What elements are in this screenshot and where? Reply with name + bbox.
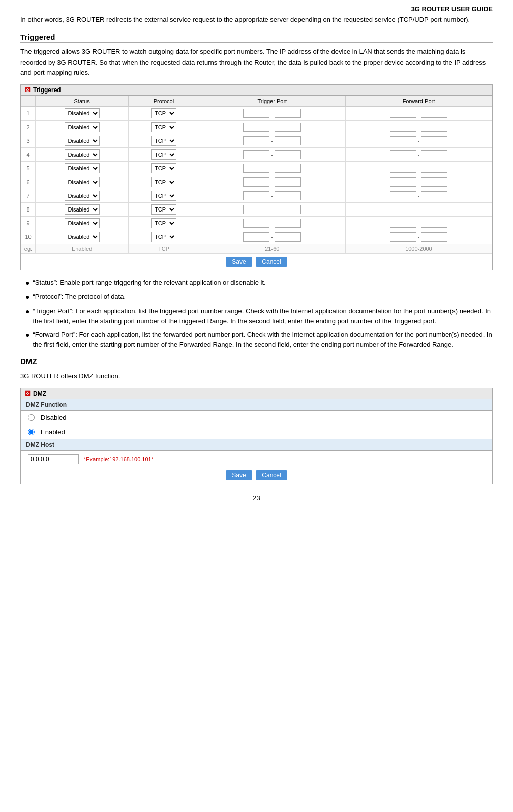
status-select[interactable]: Disabled Enabled (65, 204, 100, 215)
status-select[interactable]: Disabled Enabled (65, 177, 100, 187)
protocol-cell[interactable]: TCP UDP Both (129, 162, 199, 175)
trigger-port-start[interactable] (243, 232, 269, 242)
trigger-port-start[interactable] (243, 136, 269, 145)
protocol-cell[interactable]: TCP UDP Both (129, 134, 199, 148)
dmz-function-header: DMZ Function (21, 399, 492, 411)
forward-port-start[interactable] (390, 150, 416, 159)
status-select[interactable]: Disabled Enabled (65, 149, 100, 160)
trigger-port-start[interactable] (243, 177, 269, 187)
protocol-cell[interactable]: TCP UDP Both (129, 217, 199, 230)
trigger-port-start[interactable] (243, 191, 269, 200)
triggered-cancel-button[interactable]: Cancel (256, 257, 287, 267)
status-cell[interactable]: Disabled Enabled (36, 134, 129, 148)
status-cell[interactable]: Disabled Enabled (36, 217, 129, 230)
status-select[interactable]: Disabled Enabled (65, 108, 100, 118)
trigger-port-end[interactable] (275, 136, 301, 145)
trigger-port-dash: - (271, 110, 273, 116)
forward-port-start[interactable] (390, 191, 416, 200)
table-row: 4 Disabled Enabled TCP UDP Both - (21, 148, 492, 162)
status-select[interactable]: Disabled Enabled (65, 218, 100, 228)
bullet-item: ● “Protocol”: The protocol of data. (25, 292, 493, 303)
dmz-disabled-label: Disabled (41, 414, 67, 422)
trigger-port-end[interactable] (275, 205, 301, 214)
protocol-select[interactable]: TCP UDP Both (151, 108, 176, 118)
status-cell[interactable]: Disabled Enabled (36, 175, 129, 189)
protocol-cell[interactable]: TCP UDP Both (129, 148, 199, 162)
status-cell[interactable]: Disabled Enabled (36, 203, 129, 217)
status-select[interactable]: Disabled Enabled (65, 122, 100, 132)
col-num-header (21, 96, 36, 107)
protocol-cell[interactable]: TCP UDP Both (129, 107, 199, 121)
trigger-port-end[interactable] (275, 123, 301, 132)
trigger-port-end[interactable] (275, 232, 301, 242)
forward-port-end[interactable] (421, 109, 447, 118)
trigger-port-dash: - (271, 220, 273, 226)
forward-port-end[interactable] (421, 123, 447, 132)
row-number: 9 (21, 217, 36, 230)
row-number: 2 (21, 121, 36, 134)
forward-port-end[interactable] (421, 205, 447, 214)
forward-port-end[interactable] (421, 232, 447, 242)
protocol-cell[interactable]: TCP UDP Both (129, 230, 199, 244)
trigger-port-end[interactable] (275, 150, 301, 159)
status-select[interactable]: Disabled Enabled (65, 232, 100, 242)
forward-port-start[interactable] (390, 232, 416, 242)
table-row: 9 Disabled Enabled TCP UDP Both - (21, 217, 492, 230)
protocol-select[interactable]: TCP UDP Both (151, 136, 176, 146)
protocol-select[interactable]: TCP UDP Both (151, 163, 176, 173)
status-select[interactable]: Disabled Enabled (65, 136, 100, 146)
protocol-select[interactable]: TCP UDP Both (151, 204, 176, 215)
status-cell[interactable]: Disabled Enabled (36, 121, 129, 134)
forward-port-end[interactable] (421, 164, 447, 173)
status-cell[interactable]: Disabled Enabled (36, 230, 129, 244)
dmz-host-input[interactable] (28, 454, 79, 464)
trigger-port-end[interactable] (275, 109, 301, 118)
trigger-port-end[interactable] (275, 191, 301, 200)
forward-port-start[interactable] (390, 123, 416, 132)
status-cell[interactable]: Disabled Enabled (36, 162, 129, 175)
trigger-port-start[interactable] (243, 109, 269, 118)
forward-port-start[interactable] (390, 136, 416, 145)
forward-port-end[interactable] (421, 150, 447, 159)
forward-port-cell: - (345, 189, 492, 203)
trigger-port-end[interactable] (275, 177, 301, 187)
protocol-select[interactable]: TCP UDP Both (151, 122, 176, 132)
protocol-select[interactable]: TCP UDP Both (151, 191, 176, 201)
forward-port-dash: - (418, 220, 420, 226)
protocol-select[interactable]: TCP UDP Both (151, 149, 176, 160)
dmz-disabled-radio[interactable] (28, 414, 35, 421)
protocol-cell[interactable]: TCP UDP Both (129, 189, 199, 203)
trigger-port-start[interactable] (243, 219, 269, 228)
trigger-port-end[interactable] (275, 164, 301, 173)
forward-port-end[interactable] (421, 219, 447, 228)
forward-port-start[interactable] (390, 109, 416, 118)
status-cell[interactable]: Disabled Enabled (36, 148, 129, 162)
forward-port-start[interactable] (390, 219, 416, 228)
trigger-port-start[interactable] (243, 123, 269, 132)
dmz-cancel-button[interactable]: Cancel (256, 470, 287, 480)
trigger-port-start[interactable] (243, 150, 269, 159)
protocol-select[interactable]: TCP UDP Both (151, 177, 176, 187)
trigger-port-cell: - (199, 217, 345, 230)
protocol-select[interactable]: TCP UDP Both (151, 218, 176, 228)
protocol-cell[interactable]: TCP UDP Both (129, 175, 199, 189)
forward-port-start[interactable] (390, 205, 416, 214)
status-cell[interactable]: Disabled Enabled (36, 107, 129, 121)
protocol-cell[interactable]: TCP UDP Both (129, 121, 199, 134)
status-cell[interactable]: Disabled Enabled (36, 189, 129, 203)
protocol-select[interactable]: TCP UDP Both (151, 232, 176, 242)
trigger-port-end[interactable] (275, 219, 301, 228)
forward-port-start[interactable] (390, 177, 416, 187)
status-select[interactable]: Disabled Enabled (65, 191, 100, 201)
triggered-save-button[interactable]: Save (226, 257, 252, 267)
dmz-enabled-radio[interactable] (28, 429, 35, 435)
forward-port-end[interactable] (421, 177, 447, 187)
dmz-save-button[interactable]: Save (226, 470, 252, 480)
trigger-port-start[interactable] (243, 205, 269, 214)
forward-port-end[interactable] (421, 191, 447, 200)
forward-port-start[interactable] (390, 164, 416, 173)
status-select[interactable]: Disabled Enabled (65, 163, 100, 173)
trigger-port-start[interactable] (243, 164, 269, 173)
protocol-cell[interactable]: TCP UDP Both (129, 203, 199, 217)
forward-port-end[interactable] (421, 136, 447, 145)
